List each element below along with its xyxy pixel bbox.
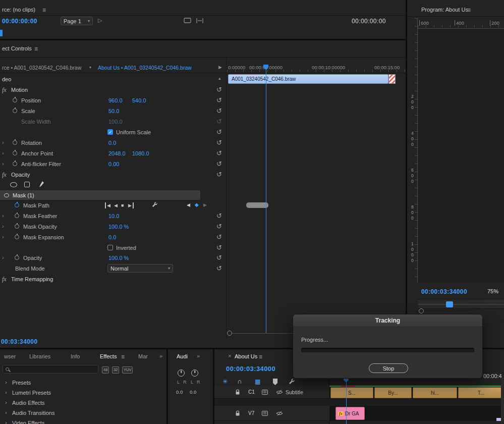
- effect-controls-title[interactable]: ect Controls: [2, 45, 32, 51]
- ec-playhead-line[interactable]: [266, 67, 266, 333]
- stopwatch-icon[interactable]: [15, 224, 19, 229]
- stopwatch-icon[interactable]: [15, 214, 19, 218]
- reset-icon[interactable]: ↺: [216, 171, 222, 178]
- reset-icon[interactable]: ↺: [216, 264, 222, 272]
- ec-opacity-section-label[interactable]: Opacity: [11, 172, 30, 178]
- twirl-icon[interactable]: ›: [2, 234, 4, 240]
- track-output-eye-slash-icon[interactable]: [276, 389, 283, 395]
- add-keyframe-icon[interactable]: ◆: [195, 202, 199, 207]
- close-tab-icon[interactable]: ×: [228, 353, 231, 359]
- twirl-icon[interactable]: ›: [5, 389, 7, 395]
- tracking-dialog-title[interactable]: Tracking: [293, 314, 482, 327]
- anchor-x-value[interactable]: 2048.0: [108, 150, 126, 156]
- settings-monitor-icon[interactable]: [184, 18, 191, 24]
- caption-clip[interactable]: hi...: [413, 387, 457, 398]
- timeline-timecode[interactable]: 00:00:03:34000: [226, 365, 275, 373]
- ec-source-clip-tab[interactable]: rce • A001_03240542_C046.braw: [2, 65, 81, 71]
- previous-keyframe-icon[interactable]: ◀: [187, 202, 190, 207]
- tab-audio[interactable]: Audi: [177, 353, 188, 359]
- nest-sequence-icon[interactable]: ✳: [222, 378, 228, 385]
- twirl-icon[interactable]: ›: [2, 254, 4, 261]
- reset-icon[interactable]: ↺: [216, 128, 222, 136]
- page-dropdown[interactable]: Page 1 ▾: [61, 17, 93, 25]
- stopwatch-icon[interactable]: [13, 109, 17, 113]
- program-panel-menu-icon[interactable]: ≡: [467, 7, 471, 13]
- reset-icon[interactable]: ↺: [216, 96, 222, 104]
- fx-badge-icon[interactable]: fx: [2, 276, 7, 283]
- tab-libraries[interactable]: Libraries: [29, 353, 50, 359]
- next-keyframe-icon[interactable]: ▶: [203, 202, 207, 207]
- yuv-badge[interactable]: YUV: [122, 366, 135, 374]
- blend-mode-select[interactable]: Normal ▾: [107, 264, 173, 273]
- scale-value[interactable]: 50.0: [108, 108, 119, 114]
- effects-panel-menu-icon[interactable]: ≡: [121, 354, 125, 360]
- audio-pan-knob[interactable]: [178, 369, 185, 377]
- stopwatch-icon[interactable]: [15, 203, 19, 207]
- ec-timeline-ruler[interactable]: 0:00000 00:00:05:00000 00:00:10:00000 00…: [227, 58, 406, 73]
- track-mask-backward-icon[interactable]: ◀: [114, 202, 118, 208]
- tab-sequence[interactable]: About Us: [235, 353, 257, 359]
- reset-icon[interactable]: ↺: [216, 212, 222, 220]
- list-item[interactable]: › Audio Transitions: [0, 408, 166, 418]
- more-tabs-icon[interactable]: »: [159, 353, 162, 359]
- divider[interactable]: [0, 39, 406, 40]
- tab-effects[interactable]: Effects: [100, 353, 117, 359]
- track-options-icon[interactable]: [262, 411, 268, 416]
- program-timecode[interactable]: 00:00:03:34000: [421, 288, 467, 295]
- ec-mask-group-row[interactable]: Mask (1): [0, 190, 200, 200]
- reset-icon[interactable]: ↺: [216, 160, 222, 168]
- mask-opacity-value[interactable]: 100.0 %: [108, 224, 129, 230]
- snap-icon[interactable]: ∩: [237, 378, 242, 385]
- fx-badge-icon[interactable]: fx: [2, 86, 7, 94]
- audio-pan-knob[interactable]: [191, 369, 198, 377]
- program-zoom-scrollbar[interactable]: [418, 299, 504, 309]
- uniform-scale-checkbox[interactable]: ✓: [107, 129, 113, 135]
- stopwatch-icon[interactable]: [13, 98, 17, 102]
- twirl-icon[interactable]: ›: [2, 213, 4, 219]
- rotation-value[interactable]: 0.0: [108, 140, 116, 146]
- position-x-value[interactable]: 960.0: [108, 97, 123, 103]
- track-lock-icon[interactable]: [235, 389, 240, 395]
- reset-icon[interactable]: ↺: [216, 254, 222, 261]
- program-panel-title[interactable]: Program: About Us: [421, 7, 468, 13]
- reset-icon[interactable]: ↺: [216, 107, 222, 115]
- tab-info[interactable]: Info: [71, 353, 80, 359]
- source-timecode[interactable]: 00:00:00:00: [2, 18, 37, 25]
- twirl-icon[interactable]: ›: [2, 223, 4, 230]
- reset-icon[interactable]: ↺: [216, 86, 222, 93]
- stopwatch-icon[interactable]: [13, 140, 17, 145]
- inverted-checkbox[interactable]: [107, 245, 113, 250]
- collapse-section-icon[interactable]: ▴: [218, 76, 221, 81]
- pen-mask-tool-icon[interactable]: [38, 181, 44, 188]
- timeline-panel-menu-icon[interactable]: ≡: [259, 354, 262, 360]
- scrollbar-end-handle[interactable]: [227, 331, 232, 336]
- caption-clip[interactable]: S...: [330, 387, 373, 398]
- divider[interactable]: [406, 0, 407, 348]
- twirl-icon[interactable]: ›: [5, 379, 7, 385]
- caption-clip[interactable]: By...: [374, 387, 412, 398]
- stopwatch-icon[interactable]: [13, 151, 17, 155]
- scrollbar-end-handle[interactable]: [419, 308, 424, 313]
- twirl-icon[interactable]: ›: [2, 161, 4, 167]
- source-panel-title[interactable]: rce: (no clips): [2, 7, 35, 13]
- track-mask-back-one-icon[interactable]: ◀: [105, 202, 110, 208]
- effects-search-input[interactable]: [3, 365, 98, 374]
- stopwatch-icon[interactable]: [15, 235, 19, 239]
- track-name[interactable]: C1: [248, 389, 255, 395]
- twirl-icon[interactable]: ›: [5, 409, 7, 415]
- tab-browser[interactable]: wser: [4, 353, 16, 359]
- source-panel-menu-icon[interactable]: ≡: [42, 7, 46, 13]
- ec-motion-label[interactable]: Motion: [11, 87, 28, 93]
- antiflicker-value[interactable]: 0.00: [108, 161, 119, 167]
- pan-value[interactable]: 0.0: [190, 389, 196, 395]
- reset-icon[interactable]: ↺: [216, 149, 222, 157]
- reset-icon[interactable]: ↺: [216, 233, 222, 241]
- pan-value[interactable]: 0.0: [176, 389, 183, 395]
- accelerated-effects-badge[interactable]: 48: [102, 366, 111, 374]
- list-item[interactable]: › Video Effects: [0, 418, 166, 424]
- twirl-icon[interactable]: ›: [5, 419, 7, 424]
- reset-icon[interactable]: ↺: [216, 139, 222, 146]
- add-marker-icon[interactable]: [273, 379, 277, 385]
- divider[interactable]: [166, 349, 168, 424]
- position-y-value[interactable]: 540.0: [132, 97, 146, 103]
